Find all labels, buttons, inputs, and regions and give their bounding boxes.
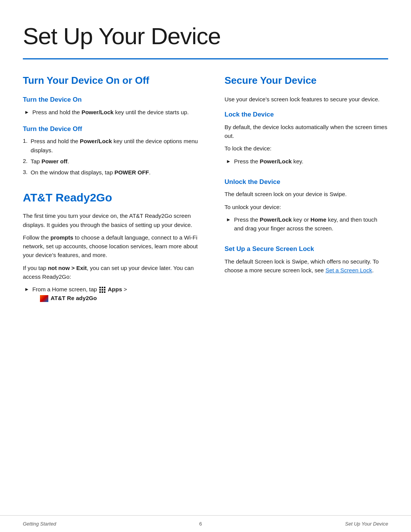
unlock-para-2: To unlock your device: xyxy=(225,203,388,211)
page-container: Set Up Your Device Turn Your Device On o… xyxy=(0,0,411,335)
att-ready2go-bullet-text: From a Home screen, tap Apps > AT&T Re a… xyxy=(32,285,127,303)
bullet-arrow-att-icon: ► xyxy=(24,286,29,293)
list-num-2: 2. xyxy=(23,157,28,166)
att-ready2go-bullet: ► From a Home screen, tap Apps > AT&T Re… xyxy=(23,285,202,303)
turn-off-list: 1. Press and hold the Power/Lock key unt… xyxy=(23,137,202,177)
att-para-2: Follow the prompts to choose a default l… xyxy=(23,233,202,260)
secure-screen-lock-para: The default Screen lock is Swipe, which … xyxy=(225,257,388,275)
turn-device-heading: Turn Your Device On or Off xyxy=(23,73,202,88)
turn-off-subheading: Turn the Device Off xyxy=(23,124,202,134)
footer-left-text: Getting Started xyxy=(23,520,56,528)
right-column: Secure Your Device Use your device’s scr… xyxy=(225,73,388,305)
list-item: 3. On the window that displays, tap POWE… xyxy=(23,168,202,177)
att-para-3: If you tap not now > Exit, you can set u… xyxy=(23,264,202,281)
turn-on-bullet: ► Press and hold the Power/Lock key unti… xyxy=(23,108,202,117)
left-column: Turn Your Device On or Off Turn the Devi… xyxy=(23,73,202,305)
secure-screen-lock-section: Set Up a Secure Screen Lock The default … xyxy=(225,244,388,275)
unlock-device-subheading: Unlock the Device xyxy=(225,177,388,187)
secure-device-heading: Secure Your Device xyxy=(225,73,388,88)
lock-para-2: To lock the device: xyxy=(225,144,388,153)
page-title: Set Up Your Device xyxy=(23,18,388,54)
bullet-arrow-icon: ► xyxy=(24,109,29,116)
set-screen-lock-link[interactable]: Set a Screen Lock xyxy=(325,267,372,273)
turn-on-subheading: Turn the Device On xyxy=(23,95,202,105)
unlock-para-1: The default screen lock on your device i… xyxy=(225,190,388,198)
list-num-1: 1. xyxy=(23,137,28,145)
footer-right-text: Set Up Your Device xyxy=(345,520,388,528)
att-para-1: The first time you turn your device on, … xyxy=(23,211,202,229)
list-text-3: On the window that displays, tap POWER O… xyxy=(31,168,151,177)
turn-on-bullet-text: Press and hold the Power/Lock key until … xyxy=(32,108,189,117)
unlock-bullet-text: Press the Power/Lock key or Home key, an… xyxy=(234,215,388,233)
two-column-layout: Turn Your Device On or Off Turn the Devi… xyxy=(23,73,388,305)
lock-bullet-text: Press the Power/Lock key. xyxy=(234,157,303,166)
lock-para-1: By default, the device locks automatical… xyxy=(225,123,388,141)
list-item: 2. Tap Power off. xyxy=(23,157,202,166)
title-divider xyxy=(23,58,388,59)
list-num-3: 3. xyxy=(23,168,28,177)
list-item: 1. Press and hold the Power/Lock key unt… xyxy=(23,137,202,155)
secure-screen-lock-subheading: Set Up a Secure Screen Lock xyxy=(225,244,388,254)
page-footer: Getting Started 6 Set Up Your Device xyxy=(0,515,411,532)
lock-device-subheading: Lock the Device xyxy=(225,110,388,120)
footer-page-number: 6 xyxy=(199,520,202,528)
att-ready2go-app-icon xyxy=(40,295,48,302)
unlock-bullet: ► Press the Power/Lock key or Home key, … xyxy=(225,215,388,233)
secure-intro-text: Use your device’s screen lock features t… xyxy=(225,95,388,104)
bullet-arrow-unlock-icon: ► xyxy=(226,216,231,224)
bullet-arrow-lock-icon: ► xyxy=(226,158,231,165)
att-indent: AT&T Re ady2Go xyxy=(32,295,97,301)
list-text-2: Tap Power off. xyxy=(31,157,69,166)
att-ready2go-heading: AT&T Ready2Go xyxy=(23,189,202,206)
apps-grid-icon xyxy=(99,287,105,293)
att-ready2go-section: AT&T Ready2Go The first time you turn yo… xyxy=(23,189,202,302)
unlock-section: Unlock the Device The default screen loc… xyxy=(225,177,388,233)
list-text-1: Press and hold the Power/Lock key until … xyxy=(31,137,202,155)
lock-bullet: ► Press the Power/Lock key. xyxy=(225,157,388,166)
